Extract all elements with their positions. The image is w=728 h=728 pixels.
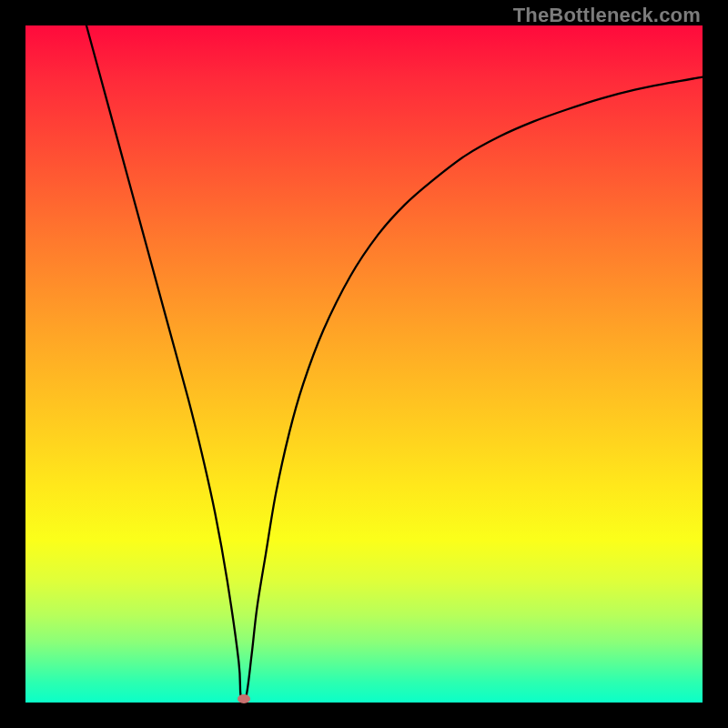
- optimal-point-marker: [238, 694, 250, 703]
- chart-frame: TheBottleneck.com: [0, 0, 728, 728]
- plot-area: [25, 25, 703, 703]
- bottleneck-curve: [25, 25, 703, 703]
- curve-path: [86, 25, 703, 701]
- watermark-text: TheBottleneck.com: [513, 4, 701, 27]
